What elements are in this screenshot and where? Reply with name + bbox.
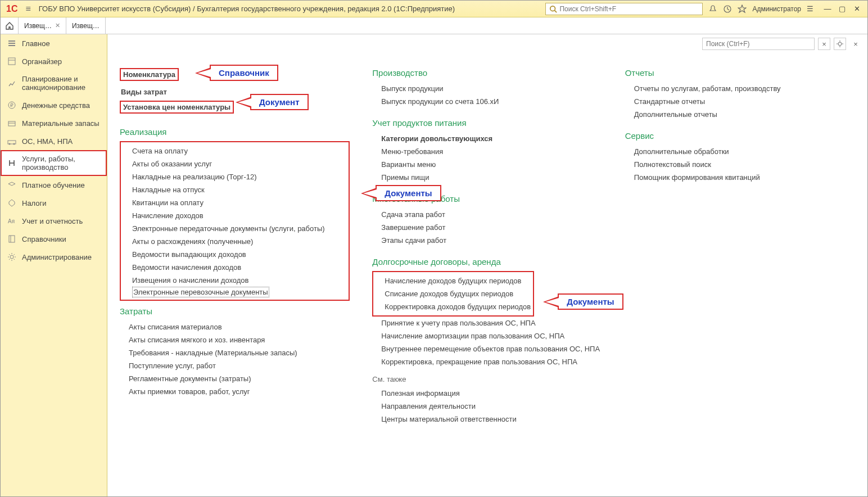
link-srv-0[interactable]: Дополнительные обработки: [625, 145, 855, 158]
link-dlg-1[interactable]: Списание доходов будущих периодов: [376, 287, 531, 300]
heading-reports: Отчеты: [625, 68, 855, 78]
link-food-0[interactable]: Категории довольствующихся: [372, 132, 602, 145]
link-dlgr-0[interactable]: Принятие к учету прав пользования ОС, НП…: [372, 317, 602, 329]
sidebar: Главное Органайзер Планирование и санкци…: [1, 34, 107, 497]
link-food-3[interactable]: Приемы пищи: [372, 171, 602, 184]
sidebar-item-money[interactable]: ₽Денежные средства: [1, 96, 107, 114]
sidebar-label: Налоги: [22, 199, 47, 207]
link-pricing[interactable]: Установка цен номенклатуры: [123, 103, 230, 111]
content-settings-icon[interactable]: [834, 38, 846, 50]
global-search-input[interactable]: [559, 5, 699, 13]
link-multi-2[interactable]: Этапы сдачи работ: [372, 234, 602, 247]
window-title: ГОБУ ВПО Университет искусств (Субсидия)…: [35, 4, 546, 13]
link-see-2[interactable]: Центры материальной ответственности: [372, 413, 602, 426]
hamburger-icon[interactable]: ≡: [21, 4, 35, 14]
link-dlgr-3[interactable]: Корректировка, прекращение прав пользова…: [372, 355, 602, 368]
link-rep-2[interactable]: Дополнительные отчеты: [625, 108, 855, 121]
titlebar-icons: Администратор ☰: [703, 4, 819, 13]
svg-line-1: [555, 10, 557, 12]
sidebar-item-admin[interactable]: Администрирование: [1, 248, 107, 266]
tab-2[interactable]: Извещ…: [66, 17, 106, 34]
link-realiz-2[interactable]: Накладные на реализацию (Торг-12): [123, 170, 346, 183]
svg-rect-4: [8, 43, 15, 44]
column-1: Номенклатура Виды затрат Установка цен н…: [120, 68, 350, 426]
history-icon[interactable]: [723, 4, 732, 13]
sidebar-item-planning[interactable]: Планирование и санкционирование: [1, 70, 107, 96]
sidebar-item-services[interactable]: Услуги, работы, производство: [1, 150, 107, 176]
home-tab[interactable]: [1, 17, 19, 34]
link-realiz-5[interactable]: Начисление доходов: [123, 209, 346, 222]
link-food-2[interactable]: Варианты меню: [372, 158, 602, 171]
link-dlgr-2[interactable]: Внутреннее перемещение объектов прав пол…: [372, 342, 602, 355]
link-multi-0[interactable]: Сдача этапа работ: [372, 208, 602, 221]
tab-1[interactable]: Извещ…✕: [19, 17, 66, 34]
link-cost-types[interactable]: Виды затрат: [120, 85, 350, 98]
svg-text:₽: ₽: [10, 102, 13, 108]
link-zatr-1[interactable]: Акты списания мягкого и хоз. инвентаря: [120, 333, 350, 346]
svg-point-14: [13, 143, 15, 145]
link-zatr-5[interactable]: Акты приемки товаров, работ, услуг: [120, 385, 350, 398]
global-search[interactable]: [545, 3, 703, 15]
link-realiz-1[interactable]: Акты об оказании услуг: [123, 157, 346, 170]
content-close[interactable]: ×: [849, 38, 862, 50]
link-rep-1[interactable]: Стандартные отчеты: [625, 95, 855, 108]
close-button[interactable]: ✕: [851, 4, 863, 14]
sidebar-label: Денежные средства: [22, 101, 90, 110]
star-icon[interactable]: [738, 4, 747, 13]
link-food-1[interactable]: Меню-требования: [372, 145, 602, 158]
see-also-label: См. также: [372, 375, 602, 383]
link-see-1[interactable]: Направления деятельности: [372, 400, 602, 413]
column-2: Производство Выпуск продукции Выпуск про…: [372, 68, 602, 426]
sidebar-item-directories[interactable]: Справочники: [1, 230, 107, 248]
link-rep-0[interactable]: Отчеты по услугам, работам, производству: [625, 82, 855, 95]
username[interactable]: Администратор: [752, 5, 801, 13]
link-realiz-8[interactable]: Ведомости выпадающих доходов: [123, 248, 346, 261]
sidebar-item-organizer[interactable]: Органайзер: [1, 52, 107, 70]
sidebar-item-materials[interactable]: Материальные запасы: [1, 114, 107, 132]
link-realiz-3[interactable]: Накладные на отпуск: [123, 183, 346, 196]
link-realiz-10[interactable]: Извещения о начислении доходов: [123, 274, 346, 287]
link-nomenclature[interactable]: Номенклатура: [123, 70, 175, 79]
sidebar-label: Органайзер: [22, 57, 62, 66]
content-search-input[interactable]: [702, 38, 815, 50]
link-srv-2[interactable]: Помощник формирования квитанций: [625, 171, 855, 184]
tab-2-label: Извещ…: [72, 22, 100, 30]
tab-1-close[interactable]: ✕: [55, 22, 60, 29]
sidebar-label: Справочники: [22, 235, 66, 243]
link-pricing-boxed: Установка цен номенклатуры: [120, 101, 234, 114]
sidebar-item-os[interactable]: ОС, НМА, НПА: [1, 132, 107, 150]
link-srv-1[interactable]: Полнотекстовый поиск: [625, 158, 855, 171]
svg-point-13: [9, 143, 11, 145]
link-realiz-7[interactable]: Акты о расхождениях (полученные): [123, 235, 346, 248]
longterm-box: Начисление доходов будущих периодов Спис…: [372, 271, 534, 317]
link-realiz-9[interactable]: Ведомости начисления доходов: [123, 261, 346, 274]
link-zatr-0[interactable]: Акты списания материалов: [120, 320, 350, 333]
link-realiz-0[interactable]: Счета на оплату: [123, 144, 346, 157]
minimize-button[interactable]: —: [821, 4, 834, 14]
sidebar-item-accounting[interactable]: АяУчет и отчетность: [1, 212, 107, 230]
maximize-button[interactable]: ▢: [836, 4, 848, 14]
bell-icon[interactable]: [708, 4, 717, 13]
content-search-clear[interactable]: ×: [818, 38, 830, 50]
link-zatr-4[interactable]: Регламентные документы (затраты): [120, 372, 350, 385]
link-realiz-6[interactable]: Электронные передаточные документы (услу…: [123, 222, 346, 235]
search-icon: [549, 5, 557, 13]
link-zatr-2[interactable]: Требования - накладные (Материальные зап…: [120, 346, 350, 359]
sidebar-item-main[interactable]: Главное: [1, 34, 107, 52]
link-multi-1[interactable]: Завершение работ: [372, 221, 602, 234]
link-dlg-0[interactable]: Начисление доходов будущих периодов: [376, 274, 531, 287]
link-realiz-11[interactable]: Электронные перевозочные документы: [132, 287, 269, 297]
link-dlgr-1[interactable]: Начисление амортизации прав пользования …: [372, 329, 602, 342]
content-area: × × Номенклатура Виды затрат Установка ц…: [107, 34, 867, 497]
heading-production: Производство: [372, 68, 602, 78]
menu-lines-icon[interactable]: ☰: [807, 4, 813, 13]
sidebar-item-taxes[interactable]: Налоги: [1, 194, 107, 212]
link-realiz-4[interactable]: Квитанции на оплату: [123, 196, 346, 209]
link-dlg-2[interactable]: Корректировка доходов будущих периодов: [376, 300, 531, 313]
callout-document: Документ: [236, 94, 309, 110]
sidebar-item-education[interactable]: Платное обучение: [1, 176, 107, 194]
link-prod-1[interactable]: Выпуск продукции со счета 106.хИ: [372, 95, 602, 108]
link-see-0[interactable]: Полезная информация: [372, 387, 602, 400]
link-prod-0[interactable]: Выпуск продукции: [372, 82, 602, 95]
link-zatr-3[interactable]: Поступление услуг, работ: [120, 359, 350, 372]
